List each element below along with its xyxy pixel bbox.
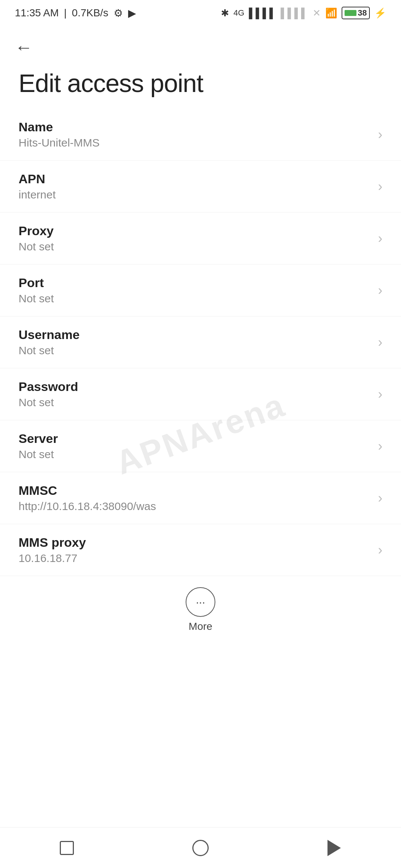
chevron-right-icon-name: › — [378, 127, 382, 142]
settings-item-content-server: Server Not set — [19, 431, 371, 461]
settings-item-port[interactable]: Port Not set › — [0, 264, 401, 316]
settings-item-content-port: Port Not set — [19, 276, 371, 305]
chevron-right-icon-proxy: › — [378, 231, 382, 246]
settings-item-mmsc[interactable]: MMSC http://10.16.18.4:38090/was › — [0, 472, 401, 524]
signal-bars-icon: ▌▌▌▌ — [249, 7, 276, 19]
chevron-right-icon-apn: › — [378, 179, 382, 194]
nav-home-button[interactable] — [186, 833, 215, 863]
chevron-right-icon-server: › — [378, 438, 382, 454]
back-icon — [327, 840, 341, 856]
settings-value-port: Not set — [19, 292, 371, 305]
settings-value-apn: internet — [19, 188, 371, 201]
status-icons-right: ✱ 4G ▌▌▌▌ ▌▌▌▌ ✕ 📶 38 ⚡ — [221, 7, 386, 19]
settings-item-content-password: Password Not set — [19, 379, 371, 409]
bottom-nav-bar — [0, 827, 401, 868]
home-icon — [192, 840, 209, 856]
no-signal-icon: ✕ — [313, 7, 321, 19]
speed-display: | — [64, 7, 66, 19]
chevron-right-icon-mms-proxy: › — [378, 542, 382, 558]
more-button[interactable]: ··· — [186, 587, 215, 617]
recent-apps-icon — [60, 841, 74, 855]
settings-item-apn[interactable]: APN internet › — [0, 161, 401, 213]
signal-4g-icon: 4G — [234, 8, 244, 18]
settings-value-proxy: Not set — [19, 240, 371, 253]
settings-label-name: Name — [19, 120, 371, 134]
chevron-right-icon-port: › — [378, 283, 382, 298]
chevron-right-icon-mmsc: › — [378, 490, 382, 506]
settings-item-proxy[interactable]: Proxy Not set › — [0, 213, 401, 264]
more-label: More — [189, 621, 212, 632]
settings-icon: ⚙ — [114, 7, 123, 19]
status-bar: 11:35 AM | 0.7KB/s ⚙ ▶ ✱ 4G ▌▌▌▌ ▌▌▌▌ ✕ … — [0, 0, 401, 26]
settings-label-proxy: Proxy — [19, 224, 371, 238]
settings-label-mmsc: MMSC — [19, 483, 371, 498]
more-section: ··· More — [0, 576, 401, 640]
settings-item-content-mmsc: MMSC http://10.16.18.4:38090/was — [19, 483, 371, 513]
back-button[interactable]: ← — [0, 26, 401, 61]
settings-value-username: Not set — [19, 344, 371, 357]
network-speed: 0.7KB/s — [72, 7, 108, 19]
bluetooth-icon: ✱ — [221, 7, 229, 19]
time-display: 11:35 AM — [15, 7, 59, 19]
settings-item-password[interactable]: Password Not set › — [0, 368, 401, 420]
settings-item-username[interactable]: Username Not set › — [0, 316, 401, 368]
settings-item-content-mms-proxy: MMS proxy 10.16.18.77 — [19, 535, 371, 565]
wifi-icon: 📶 — [325, 7, 337, 19]
settings-item-mms-proxy[interactable]: MMS proxy 10.16.18.77 › — [0, 524, 401, 576]
chevron-right-icon-password: › — [378, 387, 382, 402]
settings-label-port: Port — [19, 276, 371, 290]
settings-list: Name Hits-Unitel-MMS › APN internet › Pr… — [0, 109, 401, 576]
nav-recent-apps-button[interactable] — [52, 833, 82, 863]
battery-percent: 38 — [358, 8, 367, 18]
page-title: Edit access point — [0, 61, 401, 109]
back-arrow-icon[interactable]: ← — [15, 37, 33, 57]
settings-label-server: Server — [19, 431, 371, 446]
settings-item-content-username: Username Not set — [19, 328, 371, 357]
settings-value-name: Hits-Unitel-MMS — [19, 137, 371, 149]
settings-label-username: Username — [19, 328, 371, 342]
settings-value-mms-proxy: 10.16.18.77 — [19, 552, 371, 565]
settings-value-mmsc: http://10.16.18.4:38090/was — [19, 500, 371, 513]
settings-item-server[interactable]: Server Not set › — [0, 420, 401, 472]
battery-fill — [345, 10, 356, 16]
settings-item-content-proxy: Proxy Not set — [19, 224, 371, 253]
settings-item-content-name: Name Hits-Unitel-MMS — [19, 120, 371, 149]
chevron-right-icon-username: › — [378, 335, 382, 350]
status-left: 11:35 AM | 0.7KB/s ⚙ ▶ — [15, 7, 136, 19]
settings-value-server: Not set — [19, 448, 371, 461]
settings-value-password: Not set — [19, 396, 371, 409]
nav-back-button[interactable] — [319, 833, 349, 863]
settings-label-password: Password — [19, 379, 371, 394]
more-dots-icon: ··· — [196, 596, 205, 608]
settings-label-apn: APN — [19, 172, 371, 186]
settings-label-mms-proxy: MMS proxy — [19, 535, 371, 550]
camera-icon: ▶ — [128, 7, 136, 19]
settings-item-content-apn: APN internet — [19, 172, 371, 201]
battery-indicator: 38 — [342, 7, 370, 19]
signal-bars2-icon: ▌▌▌▌ — [281, 7, 308, 19]
settings-item-name[interactable]: Name Hits-Unitel-MMS › — [0, 109, 401, 161]
charging-icon: ⚡ — [374, 7, 386, 19]
